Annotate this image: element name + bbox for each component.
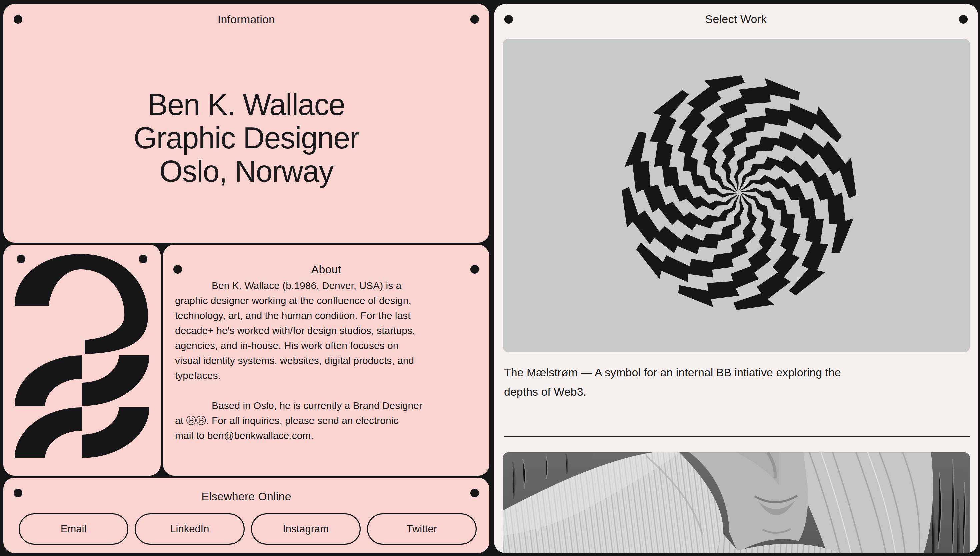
about-panel: About Ben K. Wallace (b.1986, Denver, US… (163, 245, 489, 476)
page: Information Ben K. Wallace Graphic Desig… (0, 0, 980, 556)
social-links-row: Email LinkedIn Instagram Twitter (19, 513, 477, 545)
twitter-link[interactable]: Twitter (367, 513, 477, 545)
work-item-caption: The Mælstrøm — A symbol for an internal … (504, 363, 841, 401)
work-item-maelstrom[interactable] (503, 39, 970, 352)
corner-dot-icon (470, 15, 479, 24)
about-header: About (163, 245, 489, 276)
select-work-header: Select Work (494, 4, 978, 26)
bkw-logo-icon (3, 245, 161, 476)
corner-dot-icon (173, 265, 182, 274)
divider (504, 436, 970, 437)
about-paragraph: Ben K. Wallace (b.1986, Denver, USA) is … (175, 278, 481, 383)
corner-dot-icon (470, 265, 479, 274)
corner-dot-icon (14, 15, 22, 24)
about-paragraph: Based in Oslo, he is currently a Brand D… (175, 398, 481, 443)
about-body: Ben K. Wallace (b.1986, Denver, USA) is … (175, 278, 481, 443)
email-link[interactable]: Email (19, 513, 128, 545)
logo-panel (3, 245, 161, 476)
maelstrom-artwork (503, 39, 970, 352)
corner-dot-icon (504, 15, 513, 24)
corner-dot-icon (470, 489, 479, 497)
corner-dot-icon (14, 489, 22, 497)
elsewhere-online-panel: Elsewhere Online Email LinkedIn Instagra… (3, 478, 489, 553)
work-item-portrait-photo[interactable] (503, 453, 970, 553)
portrait-photo-artwork (503, 453, 970, 553)
information-panel: Information Ben K. Wallace Graphic Desig… (3, 4, 489, 242)
page-title: Ben K. Wallace Graphic Designer Oslo, No… (3, 88, 489, 188)
information-header: Information (3, 4, 489, 26)
elsewhere-online-header: Elsewhere Online (3, 478, 489, 503)
select-work-panel: Select Work The Mælstrøm — A symbol for … (494, 4, 978, 553)
linkedin-link[interactable]: LinkedIn (135, 513, 244, 545)
corner-dot-icon (959, 15, 968, 24)
instagram-link[interactable]: Instagram (251, 513, 361, 545)
